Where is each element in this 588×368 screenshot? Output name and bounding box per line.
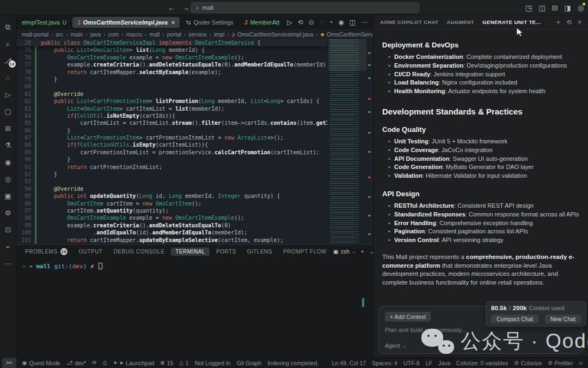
- warnings[interactable]: △1: [179, 360, 189, 366]
- encoding[interactable]: UTF-8: [403, 360, 420, 366]
- account-icon[interactable]: ◎: [578, 4, 584, 12]
- minimap[interactable]: [328, 39, 366, 244]
- errors[interactable]: ⊗15: [160, 360, 173, 366]
- breadcrumb-file[interactable]: OmsCartItemServiceImpl.java: [237, 31, 313, 38]
- breadcrumb-item[interactable]: macro: [126, 31, 142, 38]
- tab-label: elmplTest.java: [22, 19, 60, 26]
- run-debug-icon[interactable]: ▷: [0, 86, 16, 103]
- search-icon[interactable]: ⌕: [0, 35, 16, 52]
- breadcrumb-item[interactable]: com: [108, 31, 119, 38]
- augment-icon[interactable]: ∴: [0, 69, 16, 86]
- new-chat-button[interactable]: New Chat: [545, 315, 581, 323]
- tab-omscartitemserviceimpl-java[interactable]: JOmsCartItemServiceImpl.java×: [72, 17, 180, 28]
- launchpad[interactable]: ✦ ➤Launchpad: [113, 360, 155, 366]
- run-profile-icon[interactable]: ◉: [0, 154, 16, 171]
- playback-icon[interactable]: ◎: [0, 171, 16, 188]
- tab-qoder-settings[interactable]: ⇆Qoder Settings: [181, 17, 238, 28]
- stamp-icon[interactable]: ⎙: [103, 360, 107, 366]
- breadcrumb[interactable]: mall-portal›src›main›java›com›macro›mall…: [16, 29, 373, 39]
- command-center-search[interactable]: ⌕ mall: [191, 2, 419, 13]
- assistant-tab-aone-copilot-chat[interactable]: AONE COPILOT CHAT: [380, 19, 438, 25]
- history-icon[interactable]: ⟲: [566, 19, 572, 26]
- sidebar-right-icon[interactable]: ◨: [564, 4, 571, 12]
- breadcrumb-item[interactable]: mall-portal: [22, 31, 48, 38]
- breadcrumb-item[interactable]: service: [188, 31, 206, 38]
- explorer-icon[interactable]: ⧉: [0, 19, 16, 35]
- more-icon[interactable]: ⋯: [0, 255, 16, 272]
- code-line: 92 }: [16, 171, 327, 178]
- assistant-tab-augment[interactable]: AUGMENT: [446, 19, 474, 25]
- minimap-slider[interactable]: [328, 39, 366, 71]
- git-graph[interactable]: Git Graph: [237, 360, 262, 366]
- record-icon[interactable]: ◌: [320, 19, 323, 26]
- indentation[interactable]: Spaces: 4: [372, 360, 397, 366]
- breadcrumb-item[interactable]: mall: [149, 31, 160, 38]
- shell-selector[interactable]: ▣ zsh ⌄: [333, 248, 356, 255]
- indexing-status[interactable]: Indexing completed.: [267, 360, 318, 366]
- sidebar-left-icon[interactable]: ◫: [538, 4, 545, 12]
- list-item: Docker Containerization: Complete contai…: [394, 53, 579, 62]
- colorize-toggle[interactable]: ⊘Colorize: [514, 360, 542, 366]
- scm-badge: 13: [9, 61, 16, 68]
- coverage-icon[interactable]: ◔: [329, 19, 333, 26]
- sync-icon[interactable]: ⟳: [92, 360, 96, 366]
- run-history-icon[interactable]: ⟲: [298, 19, 303, 26]
- nav-forward-icon[interactable]: →: [182, 4, 189, 12]
- layout-customize-icon[interactable]: ◳: [525, 4, 532, 12]
- agent-mode-selector[interactable]: Agent ⌄: [385, 342, 407, 349]
- colorize-variables[interactable]: Colorize: 0 variables: [456, 360, 508, 366]
- panel-tab-terminal[interactable]: TERMINAL: [171, 248, 210, 256]
- notifications-icon[interactable]: ⍾: [579, 360, 583, 366]
- terminal[interactable]: ▫ → mall git:(dev) ✗: [16, 258, 373, 357]
- code-editor[interactable]: 28public class OmsCartItemServiceImpl im…: [16, 39, 373, 244]
- tab-memberatt[interactable]: JMemberAtt: [240, 17, 284, 28]
- more-actions-icon[interactable]: ⋯: [361, 19, 367, 26]
- breadcrumb-item[interactable]: src: [56, 31, 63, 38]
- run-button[interactable]: ▷: [287, 19, 292, 26]
- tab-elmpltest-java[interactable]: elmplTest.javaU: [17, 17, 71, 28]
- language-mode[interactable]: Java: [438, 360, 450, 366]
- nav-back-icon[interactable]: ←: [168, 4, 175, 12]
- panel-tab-gitlens[interactable]: GITLENS: [243, 248, 277, 256]
- compact-chat-button[interactable]: Compact Chat: [491, 315, 538, 323]
- cursor-position[interactable]: Ln 49, Col 17: [332, 360, 366, 366]
- list-item: Code Generation: MyBatis Generator for D…: [394, 163, 579, 172]
- testing-icon[interactable]: ⚗: [0, 137, 16, 154]
- panel-tab-ports[interactable]: PORTS: [212, 248, 241, 256]
- close-icon[interactable]: ×: [578, 19, 581, 26]
- file-settings-icon[interactable]: ⊡: [0, 221, 16, 238]
- new-terminal-icon[interactable]: +: [361, 248, 364, 255]
- not-logged-in[interactable]: Not Logged In: [195, 360, 231, 366]
- settings-gear-icon[interactable]: ⚙: [0, 204, 16, 221]
- remote-icon[interactable]: ><: [2, 358, 16, 368]
- close-icon[interactable]: ×: [171, 19, 175, 26]
- panel-tab-debug-console[interactable]: DEBUG CONSOLE: [109, 248, 169, 256]
- eol[interactable]: LF: [426, 360, 432, 366]
- remote-explorer-icon[interactable]: ▢: [0, 103, 16, 120]
- panel-bottom-icon[interactable]: ⊟: [552, 4, 558, 12]
- panel-tab-prompt-flow[interactable]: PROMPT FLOW: [279, 248, 331, 256]
- play-circle-icon[interactable]: ◉: [338, 19, 344, 26]
- breadcrumb-item[interactable]: main: [71, 31, 83, 38]
- prettier-toggle[interactable]: ⊘Prettier: [548, 360, 573, 366]
- panel-tab-output[interactable]: OUTPUT: [74, 248, 107, 256]
- split-editor-icon[interactable]: ◫: [350, 19, 356, 26]
- step-back-icon[interactable]: ⊙: [309, 19, 314, 26]
- breadcrumb-symbol[interactable]: OmsCartItemServic: [327, 31, 373, 38]
- panel-tab-problems[interactable]: PROBLEMS16: [21, 247, 72, 256]
- breadcrumb-item[interactable]: portal: [167, 31, 181, 38]
- plug-icon[interactable]: ⌁: [0, 238, 16, 255]
- add-context-button[interactable]: + Add Context: [385, 312, 431, 322]
- quest-mode[interactable]: ◉Quest Mode: [22, 360, 60, 366]
- breadcrumb-item[interactable]: impl: [214, 31, 224, 38]
- extensions-icon[interactable]: ⊞: [0, 120, 16, 137]
- list-item: CI/CD Ready: Jenkins integration support: [394, 70, 579, 79]
- source-control-icon[interactable]: ⎇13: [0, 52, 16, 69]
- breadcrumb-item[interactable]: java: [90, 31, 101, 38]
- add-chat-icon[interactable]: +: [556, 19, 560, 26]
- code-line: 89 cartPromotionItemList = promotionServ…: [16, 149, 327, 156]
- git-branch[interactable]: ⎇dev*: [66, 360, 87, 366]
- docker-icon[interactable]: ▣: [0, 188, 16, 204]
- assistant-tab-generate-unit-te[interactable]: GENERATE UNIT TE...: [482, 19, 541, 25]
- chevron-right-icon: ›: [210, 32, 211, 38]
